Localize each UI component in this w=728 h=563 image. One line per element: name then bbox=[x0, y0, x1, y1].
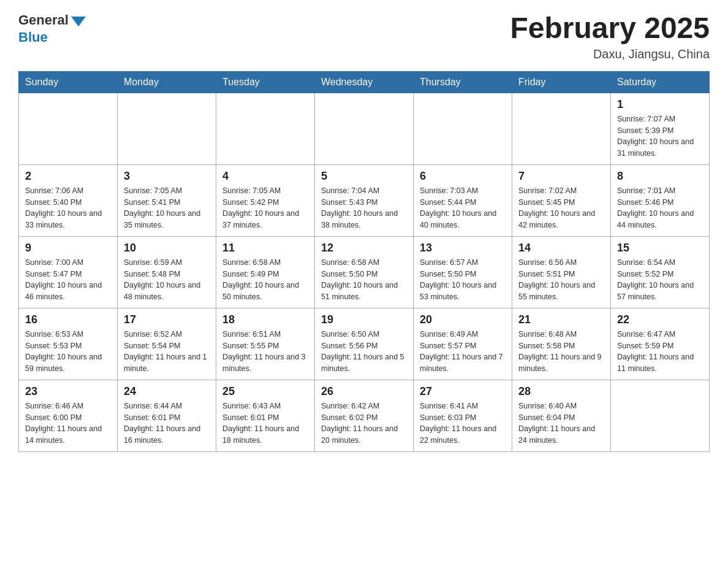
day-info: Sunrise: 6:48 AM Sunset: 5:58 PM Dayligh… bbox=[518, 329, 604, 375]
logo: General Blue bbox=[18, 12, 86, 45]
day-number: 2 bbox=[25, 170, 111, 183]
day-number: 28 bbox=[518, 385, 604, 398]
day-info: Sunrise: 6:49 AM Sunset: 5:57 PM Dayligh… bbox=[420, 329, 506, 375]
day-cell: 6Sunrise: 7:03 AM Sunset: 5:44 PM Daylig… bbox=[414, 164, 512, 236]
day-number: 17 bbox=[124, 313, 210, 326]
week-row-5: 23Sunrise: 6:46 AM Sunset: 6:00 PM Dayli… bbox=[19, 380, 710, 451]
day-cell: 15Sunrise: 6:54 AM Sunset: 5:52 PM Dayli… bbox=[611, 236, 710, 308]
day-number: 6 bbox=[420, 170, 506, 183]
day-info: Sunrise: 6:42 AM Sunset: 6:02 PM Dayligh… bbox=[321, 400, 407, 446]
day-cell: 17Sunrise: 6:52 AM Sunset: 5:54 PM Dayli… bbox=[118, 308, 216, 380]
day-info: Sunrise: 7:05 AM Sunset: 5:42 PM Dayligh… bbox=[222, 185, 308, 231]
day-info: Sunrise: 6:46 AM Sunset: 6:00 PM Dayligh… bbox=[25, 400, 111, 446]
day-info: Sunrise: 6:57 AM Sunset: 5:50 PM Dayligh… bbox=[420, 257, 506, 303]
week-row-2: 2Sunrise: 7:06 AM Sunset: 5:40 PM Daylig… bbox=[19, 164, 710, 236]
day-info: Sunrise: 6:40 AM Sunset: 6:04 PM Dayligh… bbox=[518, 400, 604, 446]
day-info: Sunrise: 7:02 AM Sunset: 5:45 PM Dayligh… bbox=[518, 185, 604, 231]
day-number: 18 bbox=[222, 313, 308, 326]
day-info: Sunrise: 7:04 AM Sunset: 5:43 PM Dayligh… bbox=[321, 185, 407, 231]
day-info: Sunrise: 6:54 AM Sunset: 5:52 PM Dayligh… bbox=[617, 257, 703, 303]
weekday-header-sunday: Sunday bbox=[19, 71, 118, 93]
day-cell: 25Sunrise: 6:43 AM Sunset: 6:01 PM Dayli… bbox=[216, 380, 315, 451]
week-row-4: 16Sunrise: 6:53 AM Sunset: 5:53 PM Dayli… bbox=[19, 308, 710, 380]
day-number: 20 bbox=[420, 313, 506, 326]
day-number: 11 bbox=[222, 242, 308, 255]
day-number: 5 bbox=[321, 170, 407, 183]
day-cell: 13Sunrise: 6:57 AM Sunset: 5:50 PM Dayli… bbox=[414, 236, 512, 308]
day-cell: 5Sunrise: 7:04 AM Sunset: 5:43 PM Daylig… bbox=[315, 164, 414, 236]
day-number: 7 bbox=[518, 170, 604, 183]
day-cell: 2Sunrise: 7:06 AM Sunset: 5:40 PM Daylig… bbox=[19, 164, 118, 236]
day-info: Sunrise: 7:00 AM Sunset: 5:47 PM Dayligh… bbox=[25, 257, 111, 303]
weekday-header-tuesday: Tuesday bbox=[216, 71, 315, 93]
day-cell bbox=[315, 93, 414, 164]
day-number: 9 bbox=[25, 242, 111, 255]
day-number: 23 bbox=[25, 385, 111, 398]
title-block: February 2025 Daxu, Jiangsu, China bbox=[510, 12, 710, 61]
day-info: Sunrise: 6:43 AM Sunset: 6:01 PM Dayligh… bbox=[222, 400, 308, 446]
weekday-header-saturday: Saturday bbox=[611, 71, 710, 93]
day-cell: 20Sunrise: 6:49 AM Sunset: 5:57 PM Dayli… bbox=[414, 308, 512, 380]
calendar-title: February 2025 bbox=[510, 12, 710, 45]
day-number: 22 bbox=[617, 313, 703, 326]
day-info: Sunrise: 6:47 AM Sunset: 5:59 PM Dayligh… bbox=[617, 329, 703, 375]
page-header: General Blue February 2025 Daxu, Jiangsu… bbox=[18, 12, 710, 61]
day-cell: 21Sunrise: 6:48 AM Sunset: 5:58 PM Dayli… bbox=[512, 308, 611, 380]
day-cell: 11Sunrise: 6:58 AM Sunset: 5:49 PM Dayli… bbox=[216, 236, 315, 308]
day-info: Sunrise: 6:53 AM Sunset: 5:53 PM Dayligh… bbox=[25, 329, 111, 375]
day-number: 24 bbox=[124, 385, 210, 398]
day-cell: 22Sunrise: 6:47 AM Sunset: 5:59 PM Dayli… bbox=[611, 308, 710, 380]
day-number: 25 bbox=[222, 385, 308, 398]
day-info: Sunrise: 7:06 AM Sunset: 5:40 PM Dayligh… bbox=[25, 185, 111, 231]
day-number: 19 bbox=[321, 313, 407, 326]
day-number: 10 bbox=[124, 242, 210, 255]
day-cell bbox=[19, 93, 118, 164]
logo-arrow-icon bbox=[71, 17, 86, 26]
day-info: Sunrise: 7:05 AM Sunset: 5:41 PM Dayligh… bbox=[124, 185, 210, 231]
day-cell: 27Sunrise: 6:41 AM Sunset: 6:03 PM Dayli… bbox=[414, 380, 512, 451]
day-cell bbox=[414, 93, 512, 164]
day-number: 14 bbox=[518, 242, 604, 255]
day-cell: 24Sunrise: 6:44 AM Sunset: 6:01 PM Dayli… bbox=[118, 380, 216, 451]
weekday-header-monday: Monday bbox=[118, 71, 216, 93]
day-cell: 4Sunrise: 7:05 AM Sunset: 5:42 PM Daylig… bbox=[216, 164, 315, 236]
week-row-1: 1Sunrise: 7:07 AM Sunset: 5:39 PM Daylig… bbox=[19, 93, 710, 164]
day-number: 3 bbox=[124, 170, 210, 183]
day-info: Sunrise: 6:59 AM Sunset: 5:48 PM Dayligh… bbox=[124, 257, 210, 303]
day-cell: 9Sunrise: 7:00 AM Sunset: 5:47 PM Daylig… bbox=[19, 236, 118, 308]
weekday-header-row: SundayMondayTuesdayWednesdayThursdayFrid… bbox=[19, 71, 710, 93]
day-number: 13 bbox=[420, 242, 506, 255]
day-info: Sunrise: 6:58 AM Sunset: 5:49 PM Dayligh… bbox=[222, 257, 308, 303]
day-number: 1 bbox=[617, 98, 703, 111]
day-info: Sunrise: 6:41 AM Sunset: 6:03 PM Dayligh… bbox=[420, 400, 506, 446]
day-cell bbox=[216, 93, 315, 164]
day-info: Sunrise: 6:52 AM Sunset: 5:54 PM Dayligh… bbox=[124, 329, 210, 375]
week-row-3: 9Sunrise: 7:00 AM Sunset: 5:47 PM Daylig… bbox=[19, 236, 710, 308]
day-cell: 10Sunrise: 6:59 AM Sunset: 5:48 PM Dayli… bbox=[118, 236, 216, 308]
day-number: 15 bbox=[617, 242, 703, 255]
day-cell: 18Sunrise: 6:51 AM Sunset: 5:55 PM Dayli… bbox=[216, 308, 315, 380]
day-info: Sunrise: 6:50 AM Sunset: 5:56 PM Dayligh… bbox=[321, 329, 407, 375]
weekday-header-friday: Friday bbox=[512, 71, 611, 93]
day-number: 16 bbox=[25, 313, 111, 326]
day-info: Sunrise: 6:56 AM Sunset: 5:51 PM Dayligh… bbox=[518, 257, 604, 303]
day-cell: 3Sunrise: 7:05 AM Sunset: 5:41 PM Daylig… bbox=[118, 164, 216, 236]
day-number: 26 bbox=[321, 385, 407, 398]
day-info: Sunrise: 7:01 AM Sunset: 5:46 PM Dayligh… bbox=[617, 185, 703, 231]
day-number: 27 bbox=[420, 385, 506, 398]
day-info: Sunrise: 7:07 AM Sunset: 5:39 PM Dayligh… bbox=[617, 113, 703, 159]
day-cell: 23Sunrise: 6:46 AM Sunset: 6:00 PM Dayli… bbox=[19, 380, 118, 451]
calendar-table: SundayMondayTuesdayWednesdayThursdayFrid… bbox=[18, 71, 710, 452]
day-cell: 7Sunrise: 7:02 AM Sunset: 5:45 PM Daylig… bbox=[512, 164, 611, 236]
day-cell: 26Sunrise: 6:42 AM Sunset: 6:02 PM Dayli… bbox=[315, 380, 414, 451]
day-cell: 8Sunrise: 7:01 AM Sunset: 5:46 PM Daylig… bbox=[611, 164, 710, 236]
day-info: Sunrise: 6:51 AM Sunset: 5:55 PM Dayligh… bbox=[222, 329, 308, 375]
logo-general-text: General bbox=[18, 12, 69, 28]
day-info: Sunrise: 6:58 AM Sunset: 5:50 PM Dayligh… bbox=[321, 257, 407, 303]
day-cell: 14Sunrise: 6:56 AM Sunset: 5:51 PM Dayli… bbox=[512, 236, 611, 308]
day-info: Sunrise: 7:03 AM Sunset: 5:44 PM Dayligh… bbox=[420, 185, 506, 231]
weekday-header-wednesday: Wednesday bbox=[315, 71, 414, 93]
day-number: 12 bbox=[321, 242, 407, 255]
day-cell: 28Sunrise: 6:40 AM Sunset: 6:04 PM Dayli… bbox=[512, 380, 611, 451]
day-number: 8 bbox=[617, 170, 703, 183]
